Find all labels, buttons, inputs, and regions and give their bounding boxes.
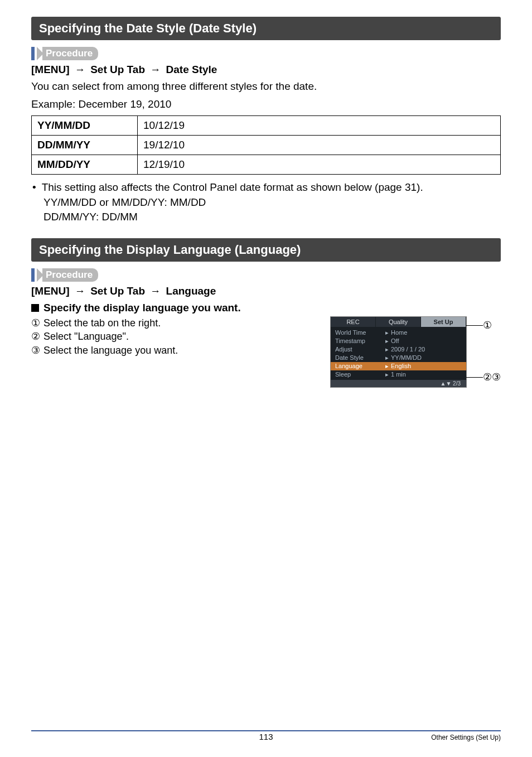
- camera-tab-setup: Set Up: [421, 317, 466, 327]
- intro-text: You can select from among three differen…: [31, 79, 501, 94]
- note-text: This setting also affects the Control Pa…: [42, 180, 423, 195]
- step-text: Select the language you want.: [43, 344, 178, 357]
- camera-menu-value: 1 min: [391, 371, 406, 378]
- camera-menu-key: Language: [335, 363, 385, 370]
- breadcrumb-language: [MENU] → Set Up Tab → Language: [31, 285, 501, 297]
- procedure-label-row: Procedure: [31, 268, 501, 282]
- breadcrumb-date-style: [MENU] → Set Up Tab → Date Style: [31, 64, 501, 76]
- step-marker-icon: ①: [31, 316, 43, 330]
- camera-menu-key: Sleep: [335, 371, 385, 378]
- camera-menu-key: Timestamp: [335, 337, 385, 345]
- annotation-callout: ①: [466, 319, 492, 331]
- arrow-right-icon: →: [148, 285, 163, 297]
- camera-menu-screenshot: REC Quality Set Up World Time ▸ Home Tim…: [330, 316, 467, 388]
- table-header-cell: YY/MM/DD: [32, 116, 138, 136]
- subheading-text: Specify the display language you want.: [43, 302, 241, 314]
- note-text: DD/MM/YY: DD/MM: [31, 210, 501, 225]
- breadcrumb-part: Date Style: [166, 64, 217, 75]
- table-cell: 10/12/19: [138, 116, 501, 136]
- table-row: DD/MM/YY 19/12/10: [32, 136, 501, 155]
- camera-menu-row: World Time ▸ Home: [335, 329, 462, 337]
- triangle-right-icon: ▸: [385, 363, 391, 370]
- triangle-right-icon: ▸: [385, 354, 391, 361]
- step-text: Select the tab on the right.: [43, 316, 161, 330]
- list-item: ③ Select the language you want.: [31, 344, 317, 357]
- camera-menu-row: Date Style ▸ YY/MM/DD: [335, 354, 462, 362]
- breadcrumb-part: Set Up Tab: [90, 285, 145, 297]
- table-header-cell: MM/DD/YY: [32, 155, 138, 175]
- annotation-marker: ②: [483, 371, 492, 383]
- triangle-right-icon: ▸: [385, 346, 391, 353]
- camera-tab-quality: Quality: [376, 317, 421, 327]
- triangle-right-icon: ▸: [385, 329, 391, 336]
- camera-menu-value: Off: [391, 337, 399, 345]
- annotation-marker: ③: [492, 371, 501, 383]
- breadcrumb-part: [MENU]: [31, 285, 70, 297]
- breadcrumb-part: Set Up Tab: [90, 64, 145, 75]
- note-block: • This setting also affects the Control …: [31, 180, 501, 225]
- triangle-right-icon: ▸: [385, 371, 391, 378]
- camera-menu-key: Date Style: [335, 354, 385, 361]
- section-header-language: Specifying the Display Language (Languag…: [31, 238, 501, 262]
- table-header-cell: DD/MM/YY: [32, 136, 138, 155]
- page-footer: 113 Other Settings (Set Up): [31, 730, 501, 741]
- note-text: YY/MM/DD or MM/DD/YY: MM/DD: [31, 195, 501, 210]
- steps-list: ① Select the tab on the right. ② Select …: [31, 316, 317, 357]
- table-cell: 12/19/10: [138, 155, 501, 175]
- annotation-line-icon: [466, 325, 483, 326]
- table-row: YY/MM/DD 10/12/19: [32, 116, 501, 136]
- camera-tabs: REC Quality Set Up: [331, 317, 466, 327]
- camera-menu-row: Sleep ▸ 1 min: [335, 370, 462, 379]
- camera-menu-row-selected: Language ▸ English: [331, 362, 466, 370]
- annotation-line-icon: [466, 377, 483, 378]
- procedure-label: Procedure: [42, 47, 98, 60]
- list-item: ② Select "Language".: [31, 330, 317, 343]
- breadcrumb-part: [MENU]: [31, 64, 70, 75]
- bullet-icon: •: [31, 180, 42, 195]
- triangle-right-icon: ▸: [385, 337, 391, 345]
- step-marker-icon: ②: [31, 330, 43, 343]
- camera-menu-value: Home: [391, 329, 407, 336]
- square-bullet-icon: [31, 304, 39, 312]
- camera-menu-row: Adjust ▸ 2009 / 1 / 20: [335, 345, 462, 354]
- arrow-right-icon: →: [72, 285, 88, 297]
- camera-menu-row: Timestamp ▸ Off: [335, 337, 462, 345]
- camera-menu-key: Adjust: [335, 346, 385, 353]
- camera-menu-footer: ▲▼ 2/3: [331, 380, 466, 387]
- intro-text: Example: December 19, 2010: [31, 97, 501, 112]
- procedure-label: Procedure: [42, 268, 98, 282]
- table-row: MM/DD/YY 12/19/10: [32, 155, 501, 175]
- section-header-date-style: Specifying the Date Style (Date Style): [31, 17, 501, 40]
- page-number: 113: [31, 732, 501, 741]
- breadcrumb-part: Language: [166, 285, 216, 297]
- procedure-label-row: Procedure: [31, 47, 501, 60]
- annotation-marker: ①: [483, 319, 492, 331]
- camera-menu-value: English: [391, 363, 411, 370]
- annotation-callout: ② ③: [466, 371, 501, 383]
- table-cell: 19/12/10: [138, 136, 501, 155]
- arrow-right-icon: →: [72, 64, 88, 75]
- step-marker-icon: ③: [31, 344, 43, 357]
- date-style-table: YY/MM/DD 10/12/19 DD/MM/YY 19/12/10 MM/D…: [31, 115, 501, 175]
- procedure-bar-icon: [31, 47, 35, 60]
- subheading: Specify the display language you want.: [31, 302, 501, 314]
- step-text: Select "Language".: [43, 330, 129, 343]
- procedure-bar-icon: [31, 268, 35, 282]
- arrow-right-icon: →: [148, 64, 163, 75]
- camera-menu-key: World Time: [335, 329, 385, 336]
- camera-menu-value: 2009 / 1 / 20: [391, 346, 425, 353]
- camera-menu-value: YY/MM/DD: [391, 354, 422, 361]
- camera-tab-rec: REC: [331, 317, 376, 327]
- list-item: ① Select the tab on the right.: [31, 316, 317, 330]
